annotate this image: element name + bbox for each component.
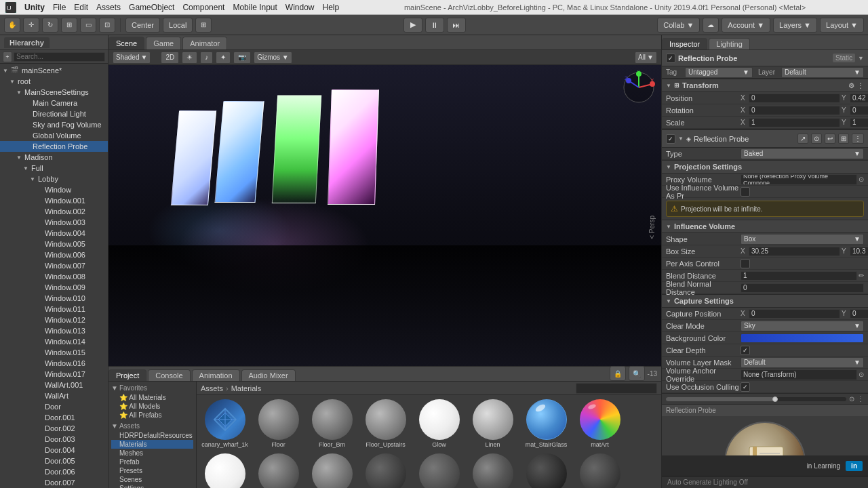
refl-btn5[interactable]: ⋮ xyxy=(852,134,864,144)
tab-game[interactable]: Game xyxy=(146,37,181,49)
blend-dist-input[interactable] xyxy=(741,271,857,281)
asset-item-row2-3[interactable] xyxy=(467,452,518,488)
blend-dist-icon[interactable]: ✏ xyxy=(859,272,864,279)
tree-item-door001[interactable]: ▶Door.001 xyxy=(0,412,108,423)
scene-gizmo[interactable]: X Y Z xyxy=(622,70,656,104)
boxsize-x-input[interactable] xyxy=(749,247,840,256)
tree-item-door[interactable]: ▶Door xyxy=(0,401,108,412)
assets-settings[interactable]: Settings xyxy=(111,484,193,488)
refl-btn2[interactable]: ⊙ xyxy=(811,134,822,144)
hand-tool-btn[interactable]: ✋ xyxy=(4,18,20,33)
menu-component[interactable]: Component xyxy=(182,3,224,12)
tab-audio-mixer[interactable]: Audio Mixer xyxy=(241,369,296,381)
clear-mode-dropdown[interactable]: Sky▼ xyxy=(741,321,864,331)
menu-edit[interactable]: Edit xyxy=(74,3,88,12)
tree-item-door004[interactable]: ▶Door.004 xyxy=(0,445,108,455)
local-btn[interactable]: Local xyxy=(163,18,193,33)
step-btn[interactable]: ⏭ xyxy=(447,18,466,33)
asset-item-row2-4[interactable] xyxy=(521,452,572,488)
asset-item-floorup[interactable]: Floor_Upstairs xyxy=(360,398,411,449)
tree-item-door007[interactable]: ▶Door.007 xyxy=(0,477,108,488)
tree-item-door002[interactable]: ▶Door.002 xyxy=(0,423,108,434)
boxsize-y-input[interactable] xyxy=(850,247,868,256)
layers-btn[interactable]: Layers ▼ xyxy=(773,18,817,33)
tree-item-window016[interactable]: ▶Window.016 xyxy=(0,358,108,369)
assets-prefab[interactable]: Prefab xyxy=(111,458,193,466)
menu-mobile-input[interactable]: Mobile Input xyxy=(233,3,277,12)
pos-x-input[interactable] xyxy=(749,94,840,103)
proxy-field[interactable]: None (Reflection Proxy Volume Compone xyxy=(741,174,857,185)
tree-item-door006[interactable]: ▶Door.006 xyxy=(0,466,108,477)
asset-item-floor[interactable]: Floor xyxy=(253,398,304,449)
account-btn[interactable]: Account ▼ xyxy=(722,18,770,33)
tree-item-window002[interactable]: ▶Window.002 xyxy=(0,206,108,217)
asset-item-linen[interactable]: Linen xyxy=(467,398,518,449)
hierarchy-add-btn[interactable]: + xyxy=(3,52,12,62)
capture-settings-header[interactable]: ▼ Capture Settings xyxy=(662,294,868,308)
type-dropdown[interactable]: Baked▼ xyxy=(741,148,864,159)
asset-item-row2-1[interactable] xyxy=(360,452,411,488)
tree-item-reflprobe[interactable]: ▶ Reflection Probe xyxy=(0,141,108,152)
menu-gameobject[interactable]: GameObject xyxy=(129,3,174,12)
tree-item-full[interactable]: ▼ Full xyxy=(0,163,108,174)
layer-dropdown[interactable]: Default▼ xyxy=(781,67,864,78)
tree-item-window010[interactable]: ▶Window.010 xyxy=(0,293,108,304)
refl-btn1[interactable]: ↗ xyxy=(797,134,808,144)
move-tool-btn[interactable]: ✛ xyxy=(23,18,39,33)
tab-animator[interactable]: Animator xyxy=(182,37,227,49)
cloud-btn[interactable]: ☁ xyxy=(703,18,719,33)
transform-section-header[interactable]: ▼ ⊞ Transform ⚙ ⋮ xyxy=(662,79,868,92)
breadcrumb-materials[interactable]: Materials xyxy=(231,384,262,392)
rot-x-input[interactable] xyxy=(749,106,840,115)
tree-item-window014[interactable]: ▶Window.014 xyxy=(0,336,108,347)
menu-window[interactable]: Window xyxy=(285,3,315,12)
tree-item-window005[interactable]: ▶Window.005 xyxy=(0,239,108,249)
tab-scene[interactable]: Scene xyxy=(108,37,144,49)
bake-icon[interactable]: ⊙ xyxy=(849,395,854,403)
center-btn[interactable]: Center xyxy=(125,18,160,33)
occlusion-checkbox[interactable]: ✓ xyxy=(741,382,750,392)
pos-y-input[interactable] xyxy=(850,94,868,103)
grid-btn[interactable]: ⊞ xyxy=(195,18,212,33)
rotate-tool-btn[interactable]: ↻ xyxy=(42,18,58,33)
scale-x-input[interactable] xyxy=(749,118,840,127)
tree-item-window006[interactable]: ▶Window.006 xyxy=(0,249,108,260)
fav-all-models[interactable]: ⭐ All Models xyxy=(111,402,193,411)
rot-y-input[interactable] xyxy=(850,106,868,115)
blend-normal-input[interactable] xyxy=(741,283,864,293)
tree-item-camera[interactable]: ▶ Main Camera xyxy=(0,98,108,108)
tree-item-window001[interactable]: ▶Window.001 xyxy=(0,195,108,206)
collab-btn[interactable]: Collab ▼ xyxy=(657,18,700,33)
pause-btn[interactable]: ⏸ xyxy=(425,18,444,33)
layout-btn[interactable]: Layout ▼ xyxy=(820,18,864,33)
scene-viewport[interactable]: < Persp X xyxy=(108,65,661,366)
tree-item-skyfog[interactable]: ▶ Sky and Fog Volume xyxy=(0,119,108,130)
asset-item-floorbm[interactable]: Floor_Bm xyxy=(307,398,357,449)
asset-item-emissive[interactable]: matEmissiveLight... xyxy=(199,452,250,488)
tree-item-window009[interactable]: ▶Window.009 xyxy=(0,282,108,293)
tree-item-door003[interactable]: ▶Door.003 xyxy=(0,434,108,445)
shading-dropdown[interactable]: Shaded▼ xyxy=(113,52,151,64)
tree-item-window012[interactable]: ▶Window.012 xyxy=(0,314,108,325)
asset-item-glow[interactable]: Glow xyxy=(414,398,465,449)
tree-item-window004[interactable]: ▶Window.004 xyxy=(0,228,108,239)
tab-animation[interactable]: Animation xyxy=(192,369,240,381)
2d-btn[interactable]: 2D xyxy=(161,52,179,64)
audio-btn[interactable]: ♪ xyxy=(200,52,213,64)
tab-lighting[interactable]: Lighting xyxy=(709,38,750,49)
menu-assets[interactable]: Assets xyxy=(96,3,121,12)
menu-file[interactable]: File xyxy=(53,3,66,12)
fav-all-materials[interactable]: ⭐ All Materials xyxy=(111,393,193,402)
assets-scenes[interactable]: Scenes xyxy=(111,475,193,484)
transform-more-icon[interactable]: ⋮ xyxy=(857,82,864,89)
static-dropdown[interactable]: Static xyxy=(833,54,855,62)
fav-all-prefabs[interactable]: ⭐ All Prefabs xyxy=(111,411,193,420)
bake-slider[interactable] xyxy=(666,397,846,401)
tree-item-window013[interactable]: ▶Window.013 xyxy=(0,325,108,336)
bottom-search-btn[interactable]: 🔍 xyxy=(629,366,645,381)
tree-item-lobby[interactable]: ▼ Lobby xyxy=(0,174,108,184)
transform-tool-btn[interactable]: ⊡ xyxy=(99,18,115,33)
bottom-lock-btn[interactable]: 🔒 xyxy=(610,366,626,381)
proxy-pick-icon[interactable]: ⊙ xyxy=(859,176,864,183)
scene-camera-btn[interactable]: 📷 xyxy=(233,52,251,64)
